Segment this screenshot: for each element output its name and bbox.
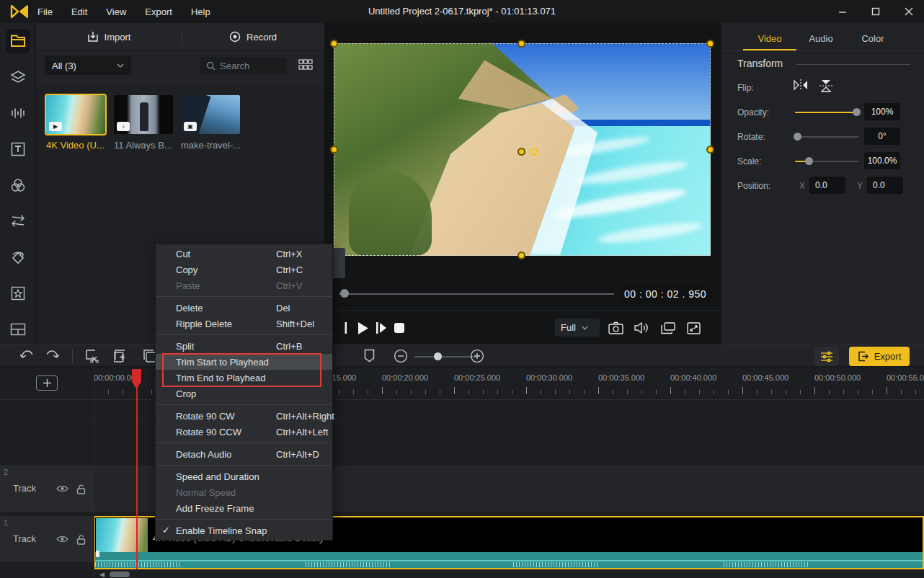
handle-top-center[interactable]: [517, 40, 525, 48]
track-lock-toggle[interactable]: [76, 535, 86, 545]
scrollbar-thumb[interactable]: [110, 572, 130, 577]
menu-help[interactable]: Help: [191, 6, 210, 17]
handle-right-middle[interactable]: [706, 146, 714, 154]
media-item-always-b[interactable]: ♪ 11 Always B...: [114, 95, 174, 151]
undo-button[interactable]: [20, 349, 35, 362]
snapshot-button[interactable]: [608, 321, 623, 334]
search-box[interactable]: [200, 57, 287, 74]
sidebar-item-animations[interactable]: [6, 245, 30, 270]
handle-bottom-center[interactable]: [517, 252, 525, 259]
sidebar-item-effects[interactable]: [6, 281, 30, 306]
media-item-4k-video[interactable]: ▶ 4K Video (U...: [46, 95, 107, 151]
grid-view-button[interactable]: [298, 58, 313, 72]
redo-button[interactable]: [45, 349, 59, 362]
context-menu-item-trim-start-to-playhead[interactable]: Trim Start to Playhead: [156, 354, 332, 370]
anchor-point-handle[interactable]: [517, 148, 525, 156]
media-filter-dropdown[interactable]: All (3): [45, 56, 131, 75]
tab-color[interactable]: Color: [848, 30, 897, 48]
context-menu-item-cut[interactable]: CutCtrl+X: [156, 246, 332, 262]
context-menu-item-speed-and-duration[interactable]: Speed and Duration: [156, 468, 332, 484]
context-menu-item-add-freeze-frame[interactable]: Add Freeze Frame: [156, 500, 332, 516]
seek-handle[interactable]: [340, 289, 349, 298]
context-menu-item-enable-timeline-snap[interactable]: ✓Enable Timeline Snap: [156, 523, 332, 538]
dual-screen-button[interactable]: [661, 322, 675, 334]
opacity-slider[interactable]: [795, 112, 858, 113]
context-menu-item-delete[interactable]: DeleteDel: [156, 300, 332, 316]
media-item-make-travel[interactable]: ▣ make-travel-...: [181, 95, 241, 151]
close-button[interactable]: [895, 0, 923, 23]
context-menu-item-crop[interactable]: Crop: [156, 386, 332, 401]
tab-import[interactable]: Import: [36, 23, 182, 50]
tab-video[interactable]: Video: [743, 30, 796, 48]
play-button[interactable]: [357, 322, 368, 334]
ruler-tick: [685, 390, 685, 394]
handle-top-right[interactable]: [706, 40, 714, 48]
fullscreen-button[interactable]: [687, 322, 701, 334]
context-menu-item-copy[interactable]: CopyCtrl+C: [156, 262, 332, 277]
menu-item-shortcut: Shift+Del: [276, 319, 314, 329]
track-lock-toggle[interactable]: [76, 484, 86, 494]
sidebar-item-filters[interactable]: [6, 173, 30, 197]
position-x-field[interactable]: [809, 177, 845, 194]
tab-record[interactable]: Record: [182, 23, 324, 50]
seek-bar[interactable]: [339, 293, 614, 295]
menu-file[interactable]: File: [37, 6, 53, 17]
flip-vertical-button[interactable]: [819, 79, 832, 92]
split-clip-button[interactable]: [85, 349, 100, 363]
maximize-button[interactable]: [862, 0, 889, 23]
preview-zoom-dropdown[interactable]: Full: [555, 319, 600, 337]
timeline-zoom-in-button[interactable]: [470, 349, 484, 363]
timeline-zoom-slider[interactable]: [414, 356, 476, 357]
export-settings-button[interactable]: [814, 347, 839, 366]
menu-edit[interactable]: Edit: [71, 6, 87, 17]
context-menu-item-trim-end-to-playhead[interactable]: Trim End to Playhead: [156, 370, 332, 386]
step-forward-button[interactable]: [376, 322, 387, 334]
position-y-field[interactable]: [867, 177, 903, 194]
export-button[interactable]: Export: [849, 347, 910, 366]
timeline-zoom-out-button[interactable]: [394, 349, 408, 363]
tab-audio[interactable]: Audio: [796, 30, 845, 48]
timeline-zoom-knob[interactable]: [434, 352, 442, 360]
marker-button[interactable]: [364, 349, 375, 363]
track-visibility-toggle[interactable]: [56, 484, 68, 493]
scale-slider-knob[interactable]: [805, 157, 813, 165]
sidebar-item-audio[interactable]: [6, 101, 30, 125]
step-backward-button[interactable]: [345, 322, 347, 334]
sidebar-item-split-screen[interactable]: [6, 317, 30, 342]
track-2-header[interactable]: 2 Track: [0, 466, 94, 512]
rotate-value-field[interactable]: [864, 128, 900, 145]
context-menu-item-split[interactable]: SplitCtrl+B: [156, 338, 332, 354]
clip-fade-handle[interactable]: [96, 551, 99, 557]
context-menu-item-rotate-90-ccw[interactable]: Rotate 90 CCWCtrl+Alt+Left: [156, 424, 332, 440]
sidebar-item-transitions[interactable]: [6, 209, 30, 234]
add-track-button[interactable]: [36, 375, 58, 391]
flip-horizontal-button[interactable]: [794, 79, 808, 91]
minimize-button[interactable]: [829, 0, 856, 23]
scroll-left-arrow[interactable]: ◀: [99, 571, 105, 578]
opacity-slider-knob[interactable]: [853, 108, 861, 116]
rotate-slider[interactable]: [795, 136, 858, 138]
sidebar-item-media[interactable]: [6, 29, 30, 53]
context-menu-item-rotate-90-cw[interactable]: Rotate 90 CWCtrl+Alt+Right: [156, 408, 332, 424]
sidebar-item-stock[interactable]: [6, 65, 30, 89]
track-1-header[interactable]: 1 Track: [0, 516, 94, 562]
mute-button[interactable]: [634, 321, 649, 334]
menu-export[interactable]: Export: [145, 6, 172, 17]
opacity-value-field[interactable]: [864, 103, 900, 120]
track-visibility-toggle[interactable]: [56, 535, 68, 543]
context-menu-item-detach-audio[interactable]: Detach AudioCtrl+Alt+D: [156, 446, 332, 462]
search-input[interactable]: [220, 61, 277, 71]
playhead-line: [136, 369, 138, 569]
handle-top-left[interactable]: [330, 40, 338, 48]
stop-button[interactable]: [394, 323, 404, 333]
rotate-slider-knob[interactable]: [794, 133, 801, 141]
context-menu-item-ripple-delete[interactable]: Ripple DeleteShift+Del: [156, 316, 332, 332]
copy-button[interactable]: [114, 349, 128, 363]
scale-value-field[interactable]: [864, 152, 900, 169]
ruler-tick: [872, 390, 873, 394]
menu-view[interactable]: View: [106, 6, 126, 17]
scale-slider[interactable]: [795, 161, 858, 162]
handle-left-middle[interactable]: [330, 146, 338, 154]
rotation-center-handle[interactable]: [530, 148, 538, 156]
sidebar-item-text[interactable]: [6, 137, 30, 161]
